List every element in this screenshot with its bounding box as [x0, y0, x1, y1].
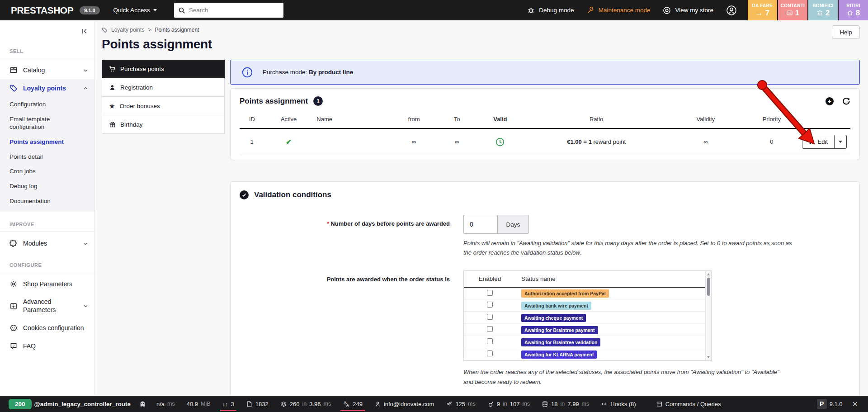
sidebar-item-shop-parameters[interactable]: Shop Parameters [0, 275, 94, 293]
badge-ritiri[interactable]: RITIRI 8 [839, 0, 868, 20]
status-row: Awaiting for Braintree validation [464, 336, 706, 348]
status-checkbox[interactable] [487, 326, 493, 332]
breadcrumb-parent[interactable]: Loyalty points [111, 27, 144, 33]
col-name: Name [313, 111, 387, 128]
page-title: Points assignment [102, 37, 860, 52]
sidebar-item-faq[interactable]: ? FAQ [0, 337, 94, 355]
edit-button[interactable]: Edit [802, 135, 835, 148]
sidebar-item-loyalty-points[interactable]: Loyalty points [0, 79, 94, 97]
status-checkbox[interactable] [487, 290, 493, 296]
edit-dropdown-toggle[interactable] [835, 135, 846, 148]
chevron-down-icon [153, 9, 157, 11]
home-icon [847, 9, 854, 16]
validation-conditions-panel: Validation conditions *Number of days be… [230, 181, 860, 396]
collapse-sidebar-button[interactable] [81, 27, 88, 35]
alert-text: Purchase mode: By product line [263, 69, 353, 76]
quick-access-label: Quick Access [113, 7, 150, 14]
scrollbar-thumb[interactable] [707, 278, 710, 296]
add-icon[interactable]: + [826, 97, 834, 105]
toolbar-cache[interactable]: 260in3.96ms [274, 396, 337, 412]
sidebar-item-configuration[interactable]: Configuration [0, 97, 94, 112]
caret-down-icon [839, 141, 842, 143]
global-search[interactable] [174, 3, 283, 18]
status-checkbox[interactable] [487, 350, 493, 356]
account-menu[interactable] [726, 5, 737, 16]
sidebar-item-cookies-configuration[interactable]: Cookies configuration [0, 319, 94, 337]
sidebar-item-cron-jobs[interactable]: Cron jobs [0, 164, 94, 179]
badge-contanti[interactable]: CONTANTI S 1 [778, 0, 807, 20]
collapse-sidebar-icon [81, 28, 88, 35]
toolbar-user[interactable]: info@idnovate.com [368, 396, 440, 412]
cell-name [313, 128, 387, 155]
toolbar-request[interactable]: 200 @admin_legacy_controller_route [5, 396, 135, 412]
table-row: 1 ✔ ∞ ∞ €1.00 = 1 reward point ∞ 0 [240, 128, 850, 155]
col-active: Active [264, 111, 313, 128]
maintenance-mode-toggle[interactable]: Maintenance mode [587, 6, 651, 14]
badge-bonifici[interactable]: BONIFICI 2 [808, 0, 838, 20]
cell-from: ∞ [387, 128, 440, 155]
sidebar-item-email-template-configuration[interactable]: Email template configuration [0, 112, 72, 135]
sidebar-item-label: Cookies configuration [23, 324, 84, 331]
quick-access-menu[interactable]: Quick Access [113, 7, 157, 14]
sidebar-item-debug-log[interactable]: Debug log [0, 179, 94, 194]
sidebar-item-label: Modules [23, 240, 47, 247]
window-icon [656, 401, 663, 407]
toolbar-hooks[interactable]: Hooks (8) [595, 396, 642, 412]
view-my-store-label: View my store [675, 7, 713, 14]
arrows-up-down-icon: ↓↑ [222, 401, 228, 407]
points-assignment-panel: Points assignment 1 + ID Active [230, 88, 860, 160]
days-input-group: Days [463, 215, 529, 234]
chevron-down-icon [83, 68, 88, 73]
close-icon[interactable]: ✕ [847, 400, 863, 408]
col-from: from [387, 111, 440, 128]
tab-birthday[interactable]: Birthday [102, 115, 225, 134]
cell-to: ∞ [440, 128, 474, 155]
help-button[interactable]: Help [832, 25, 860, 39]
sidebar-item-points-detail[interactable]: Points detail [0, 150, 94, 165]
toolbar-translations[interactable]: あA 249 [337, 396, 368, 412]
svg-text:S: S [788, 11, 791, 14]
col-enabled: Enabled [464, 271, 516, 287]
col-id: ID [240, 111, 264, 128]
view-my-store-link[interactable]: View my store [663, 6, 713, 14]
tag-icon [9, 84, 18, 92]
col-priority: Priority [745, 111, 798, 128]
tab-registration[interactable]: Registration [102, 78, 225, 97]
sidebar-item-documentation[interactable]: Documentation [0, 194, 94, 212]
status-checkbox[interactable] [487, 338, 493, 344]
sidebar-item-points-assignment[interactable]: Points assignment [0, 135, 94, 150]
puzzle-icon [9, 239, 18, 247]
vertical-scrollbar[interactable] [705, 271, 711, 361]
scroll-up-icon[interactable] [707, 273, 710, 275]
sidebar-item-modules[interactable]: Modules [0, 234, 94, 252]
search-input[interactable] [189, 7, 279, 14]
toolbar-time[interactable]: n/ams [151, 396, 181, 412]
question-icon: ? [9, 342, 18, 350]
days-input[interactable] [463, 215, 497, 234]
tag-icon [102, 27, 108, 33]
toolbar-commands[interactable]: Commands / Queries [650, 396, 727, 412]
catalog-icon [9, 66, 18, 74]
status-checkbox[interactable] [487, 302, 493, 308]
toolbar-documents[interactable]: 1832 [240, 396, 274, 412]
toolbar-database[interactable]: 18in7.99ms [536, 396, 595, 412]
badge-da-fare[interactable]: DA FARE →7 [748, 0, 777, 20]
toolbar-doctrine[interactable]: 9in107ms [481, 396, 536, 412]
sidebar-item-catalog[interactable]: Catalog [0, 61, 94, 79]
toolbar-twig[interactable]: 125ms [440, 396, 481, 412]
toolbar-ajax[interactable]: ↓↑ 3 [217, 396, 240, 412]
cookie-icon [9, 324, 18, 332]
chevron-up-icon [83, 86, 88, 91]
prestashop-logo: PRESTASHOP [11, 5, 73, 16]
status-checkbox[interactable] [487, 314, 493, 320]
scroll-down-icon[interactable] [707, 356, 710, 358]
sidebar-item-advanced-parameters[interactable]: Advanced Parameters [0, 293, 94, 319]
debug-mode-toggle[interactable]: Debug mode [527, 6, 574, 14]
toolbar-memory[interactable]: 40.9MiB [181, 396, 217, 412]
tab-order-bonuses[interactable]: ★ Order bonuses [102, 97, 225, 115]
svg-text:A: A [346, 403, 349, 407]
toolbar-symfony[interactable] [135, 396, 151, 412]
panel-title: Points assignment [240, 97, 308, 106]
refresh-icon[interactable] [842, 97, 850, 105]
tab-purchase-points[interactable]: Purchase points [102, 60, 225, 78]
